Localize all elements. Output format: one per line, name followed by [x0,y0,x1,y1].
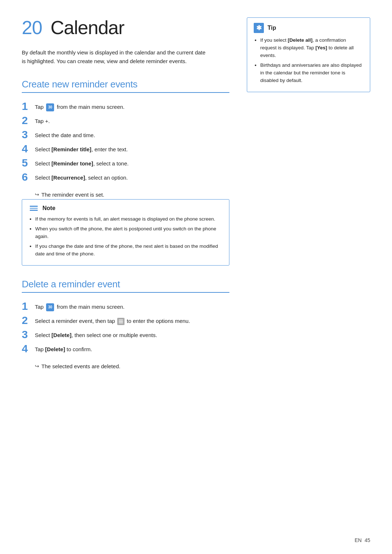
tip-list: If you select [Delete all], a confirmati… [254,37,363,85]
menu-line-2 [119,321,123,322]
section2-header: Delete a reminder event [22,279,229,293]
note-label: Note [42,205,56,212]
right-column: ✱ Tip If you select [Delete all], a conf… [247,17,370,371]
menu-line-1 [119,320,123,320]
del-step-number-1: 1 [22,300,35,312]
section1-title: Create new reminder events [22,79,138,90]
chapter-number: 20 [22,17,42,38]
left-column: 20 Calendar By default the monthly view … [22,17,247,371]
note-icon [29,205,39,212]
del-step-text-1: Tap 30 from the main menu screen. [35,301,229,311]
del-step-text-3: Select [Delete], then select one or mult… [35,329,229,339]
note-item-3: If you change the date and time of the p… [35,243,222,258]
main-layout: 20 Calendar By default the monthly view … [22,17,370,371]
step-number-3: 3 [22,128,35,140]
note-list: If the memory for events is full, an ale… [29,216,222,258]
note-item-2: When you switch off the phone, the alert… [35,225,222,241]
step-5: 5 Select [Reminder tone], select a tone. [22,157,229,169]
result-arrow-2: ↪ [35,363,39,369]
menu-icon [117,318,124,325]
section2-title: Delete a reminder event [22,279,120,290]
del-step-number-2: 2 [22,314,35,326]
del-step-4: 4 Tap [Delete] to confirm. [22,343,229,354]
del-step-1: 1 Tap 30 from the main menu screen. [22,301,229,312]
step-1: 1 Tap 30 from the main menu screen. [22,101,229,112]
step-text-5: Select [Reminder tone], select a tone. [35,157,229,168]
tip-item-1: If you select [Delete all], a confirmati… [260,37,363,59]
del-step-2: 2 Select a reminder event, then tap to e… [22,315,229,326]
step4-result: ↪ The selected events are deleted. [35,363,229,369]
step-text-3: Select the date and time. [35,129,229,139]
note-header: Note [29,205,222,212]
tip-icon: ✱ [254,23,264,33]
calendar-icon-1: 30 [46,103,54,111]
footer-lang: EN [355,537,362,543]
tip-header: ✱ Tip [254,23,363,33]
step-3: 3 Select the date and time. [22,129,229,140]
intro-paragraph: By default the monthly view is displayed… [22,48,211,66]
del-step-text-4: Tap [Delete] to confirm. [35,343,229,353]
menu-icon-lines [119,320,123,323]
del-step-number-4: 4 [22,342,35,354]
page-title: 20 Calendar [22,17,229,38]
footer-page: 45 [364,537,370,543]
result-arrow: ↪ [35,192,39,197]
del-step-text-2: Select a reminder event, then tap to ent… [35,315,229,325]
step-4: 4 Select [Reminder title], enter the tex… [22,143,229,155]
step-number-6: 6 [22,171,35,183]
result-text-1: The reminder event is set. [41,192,104,198]
step6-result: ↪ The reminder event is set. [35,192,229,198]
step-text-1: Tap 30 from the main menu screen. [35,101,229,111]
note-lines-icon [30,206,38,211]
menu-line-3 [119,323,123,323]
note-item-1: If the memory for events is full, an ale… [35,216,222,223]
step-6: 6 Select [Recurrence], select an option. [22,172,229,183]
tip-icon-char: ✱ [256,25,262,31]
tip-box: ✱ Tip If you select [Delete all], a conf… [247,17,370,92]
page: 20 Calendar By default the monthly view … [0,0,392,554]
step-text-2: Tap +. [35,115,229,125]
tip-item-2: Birthdays and anniversaries are also dis… [260,62,363,85]
step-number-1: 1 [22,100,35,112]
note-line-3 [30,210,38,211]
section1-header: Create new reminder events [22,79,229,93]
chapter-title: Calendar [50,17,124,38]
tip-label: Tip [268,25,276,31]
calendar-icon-2: 30 [46,303,54,311]
step-text-6: Select [Recurrence], select an option. [35,172,229,182]
step-number-2: 2 [22,114,35,126]
del-step-number-3: 3 [22,328,35,340]
section2-steps: 1 Tap 30 from the main menu screen. 2 Se… [22,301,229,354]
note-box: Note If the memory for events is full, a… [22,199,229,266]
result-text-2: The selected events are deleted. [41,363,121,369]
step-number-4: 4 [22,143,35,155]
note-line-1 [30,206,38,207]
step-number-5: 5 [22,157,35,169]
step-text-4: Select [Reminder title], enter the text. [35,143,229,153]
section1-steps: 1 Tap 30 from the main menu screen. 2 Ta… [22,101,229,183]
page-footer: EN 45 [355,537,370,543]
del-step-3: 3 Select [Delete], then select one or mu… [22,329,229,340]
note-line-2 [30,208,38,209]
step-2: 2 Tap +. [22,115,229,126]
